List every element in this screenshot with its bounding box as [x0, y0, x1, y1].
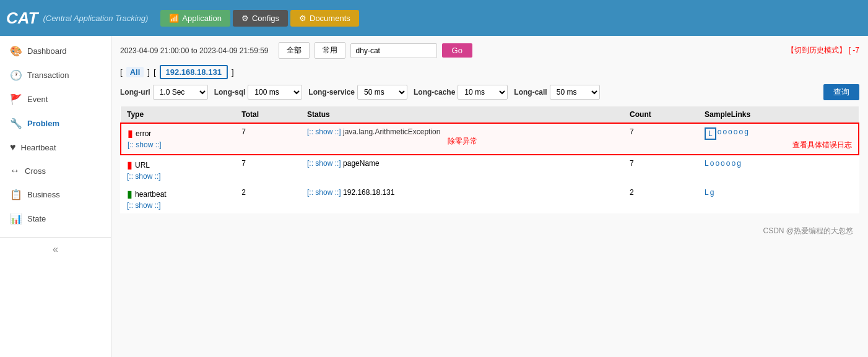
application-chart-icon: 📶: [169, 14, 179, 23]
sidebar-item-cross[interactable]: ↔ Cross: [0, 159, 111, 183]
sidebar-item-problem[interactable]: 🔧 Problem: [0, 111, 111, 135]
heartbeat-sample-g[interactable]: g: [710, 188, 714, 197]
data-table: Type Total Status Count SampleLinks ▮ er…: [120, 106, 859, 213]
heartbeat-sample-cell: L g: [698, 184, 859, 213]
query-button[interactable]: 查询: [823, 84, 859, 100]
error-sample-o1[interactable]: o: [718, 127, 722, 140]
long-cache-label: Long-cache: [414, 88, 455, 97]
long-call-select[interactable]: 50 ms: [550, 85, 600, 100]
error-total: 7: [235, 123, 301, 155]
footer-note: CSDN @热爱编程的大忽悠: [120, 226, 859, 236]
long-sql-select[interactable]: 100 ms: [248, 85, 302, 100]
table-row: ▮ error [:: show ::] 7 [:: show ::] java…: [121, 123, 859, 155]
heartbeat-count: 2: [623, 184, 698, 213]
bracket-ip-open: [: [154, 67, 156, 77]
type-cell-error: ▮ error [:: show ::]: [121, 123, 235, 155]
url-sample-g[interactable]: g: [737, 159, 741, 168]
documents-gear-icon: ⚙: [299, 14, 306, 23]
filter-bar: 2023-04-09 21:00:00 to 2023-04-09 21:59:…: [120, 42, 859, 59]
sidebar-item-heartbeat[interactable]: ♥ Heartbeat: [0, 135, 111, 159]
error-sample-links: L o o o o o g: [705, 127, 852, 140]
error-sample-o2[interactable]: o: [723, 127, 727, 140]
long-service-group: Long-service 50 ms: [308, 85, 407, 100]
error-type-icon: ▮: [128, 127, 133, 139]
collapse-icon: «: [53, 244, 58, 255]
sidebar-item-dashboard[interactable]: 🎨 Dashboard: [0, 39, 111, 63]
url-show-link[interactable]: [:: show ::]: [127, 172, 229, 181]
type-cell-url: ▮ URL [:: show ::]: [121, 155, 235, 184]
nav-application-button[interactable]: 📶 Application: [160, 10, 230, 27]
url-status-text: pageName: [343, 159, 380, 168]
error-type-label: error: [136, 129, 151, 138]
long-cache-select[interactable]: 10 ms: [458, 85, 508, 100]
heartbeat-status: [:: show ::] 192.168.18.131: [301, 184, 623, 213]
nav-configs-button[interactable]: ⚙ Configs: [233, 10, 288, 27]
long-sql-group: Long-sql 100 ms: [214, 85, 303, 100]
error-sample-o5[interactable]: o: [739, 127, 743, 140]
long-service-label: Long-service: [308, 88, 355, 97]
url-type-label: URL: [135, 161, 150, 170]
dashboard-icon: 🎨: [10, 45, 22, 57]
error-status-show-link[interactable]: [:: show ::]: [307, 127, 341, 136]
url-sample-cell: L o o o o o g: [698, 155, 859, 184]
url-sample-o2[interactable]: o: [715, 159, 719, 168]
filter-all-button[interactable]: 全部: [279, 42, 310, 59]
nav-documents-button[interactable]: ⚙ Documents: [290, 10, 359, 27]
long-sql-label: Long-sql: [214, 88, 246, 97]
col-count: Count: [623, 106, 698, 123]
tag-all[interactable]: All: [126, 67, 144, 77]
heartbeat-sample-L[interactable]: L: [705, 188, 709, 197]
url-total: 7: [235, 155, 301, 184]
error-status-note: 除零异常: [307, 136, 617, 147]
sidebar-item-state[interactable]: 📊 State: [0, 207, 111, 231]
history-mode-link[interactable]: 【切到历史模式】 [ -7: [787, 45, 859, 56]
error-sample-o3[interactable]: o: [728, 127, 732, 140]
ip-filter-row: [ All ] [ 192.168.18.131 ]: [120, 65, 859, 79]
url-sample-o5[interactable]: o: [731, 159, 736, 168]
sidebar-item-business[interactable]: 📋 Business: [0, 183, 111, 207]
url-sample-o4[interactable]: o: [726, 159, 731, 168]
layout: 🎨 Dashboard 🕐 Transaction 🚩 Event 🔧 Prob…: [0, 36, 868, 357]
url-sample-links: L o o o o o g: [705, 159, 853, 168]
col-type: Type: [121, 106, 235, 123]
error-exception-text: java.lang.ArithmeticException: [343, 127, 440, 136]
long-cache-group: Long-cache 10 ms: [414, 85, 508, 100]
error-status: [:: show ::] java.lang.ArithmeticExcepti…: [301, 123, 623, 155]
sidebar-item-event[interactable]: 🚩 Event: [0, 87, 111, 111]
sidebar-collapse-button[interactable]: «: [0, 237, 111, 261]
error-sample-L[interactable]: L: [705, 127, 716, 140]
error-show-link[interactable]: [:: show ::]: [128, 140, 229, 149]
event-icon: 🚩: [10, 93, 22, 105]
long-url-label: Long-url: [120, 88, 150, 97]
error-sample-o4[interactable]: o: [734, 127, 738, 140]
problem-icon: 🔧: [10, 118, 22, 129]
state-icon: 📊: [10, 213, 22, 225]
options-row: Long-url 1.0 Sec Long-sql 100 ms Long-se…: [120, 84, 859, 100]
long-service-select[interactable]: 50 ms: [357, 85, 407, 100]
heartbeat-total: 2: [235, 184, 301, 213]
type-cell-heartbeat: ▮ heartbeat [:: show ::]: [121, 184, 235, 213]
go-button[interactable]: Go: [442, 43, 472, 58]
long-url-select[interactable]: 1.0 Sec: [153, 85, 208, 100]
error-count: 7: [623, 123, 698, 155]
tag-ip[interactable]: 192.168.18.131: [160, 65, 228, 79]
col-total: Total: [235, 106, 301, 123]
heartbeat-status-show-link[interactable]: [:: show ::]: [307, 188, 341, 197]
heartbeat-show-link[interactable]: [:: show ::]: [127, 201, 229, 210]
col-status: Status: [301, 106, 623, 123]
url-sample-o3[interactable]: o: [721, 159, 725, 168]
configs-gear-icon: ⚙: [241, 14, 249, 23]
url-sample-o1[interactable]: o: [710, 159, 714, 168]
url-status-show-link[interactable]: [:: show ::]: [307, 159, 341, 168]
business-icon: 📋: [10, 189, 22, 200]
table-row: ▮ heartbeat [:: show ::] 2 [:: show ::] …: [121, 184, 859, 213]
filter-common-button[interactable]: 常用: [315, 42, 345, 59]
url-sample-L[interactable]: L: [705, 159, 709, 168]
search-input[interactable]: [350, 43, 437, 58]
bracket-ip-close: ]: [232, 67, 234, 77]
sidebar-item-transaction[interactable]: 🕐 Transaction: [0, 63, 111, 87]
heartbeat-type-label: heartbeat: [135, 190, 167, 199]
error-sample-g[interactable]: g: [744, 127, 749, 140]
bracket-open: [: [120, 67, 123, 77]
top-nav: CAT (Central Application Tracking) 📶 App…: [0, 0, 868, 36]
